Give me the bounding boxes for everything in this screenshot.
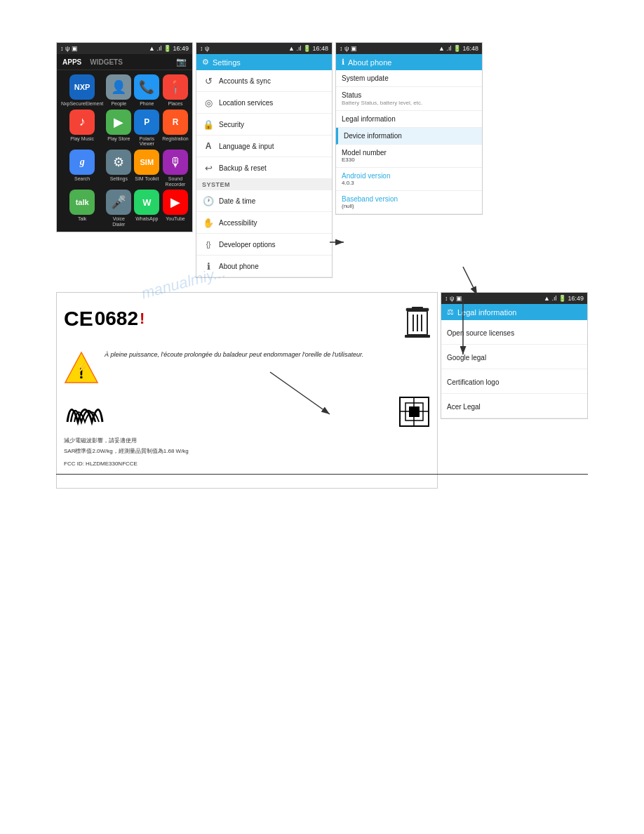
app-polaris[interactable]: P Polaris Viewer xyxy=(134,110,159,147)
about-item-model[interactable]: Model number E330 xyxy=(336,145,482,168)
app-icon-people: 👤 xyxy=(106,74,131,100)
phone-apps-screen: ↕ ψ ▣ ▲ .ıl 🔋 16:49 APPS WIDGETS 📷 NXP N… xyxy=(56,42,193,232)
app-whatsapp[interactable]: W WhatsApp xyxy=(134,190,159,227)
baseband-value: (null) xyxy=(342,203,476,209)
app-icon-search: g xyxy=(69,150,95,175)
top-phones-row: ↕ ψ ▣ ▲ .ıl 🔋 16:49 APPS WIDGETS 📷 NXP N… xyxy=(56,42,588,278)
legal-item-google[interactable]: Google legal xyxy=(441,345,587,369)
fcc-id: FCC ID: HLZDME330NFCCE xyxy=(64,461,430,467)
about-item-android[interactable]: Android version 4.0.3 xyxy=(336,168,482,191)
sar-text-block: 減少電磁波影響，請妥適使用 SAR標準值2.0W/kg，經測量品質制值為1.68… xyxy=(64,437,430,455)
app-nxp[interactable]: NXP NxpSecureElement xyxy=(61,74,103,107)
settings-item-language[interactable]: A Language & input xyxy=(196,135,332,157)
app-sim[interactable]: SIM SIM Toolkit xyxy=(134,150,159,187)
settings-icon: ⚙ xyxy=(202,58,209,67)
accessibility-label: Accessibility xyxy=(219,219,257,227)
app-icon-places: 📍 xyxy=(163,74,188,100)
settings-item-backup[interactable]: ↩ Backup & reset xyxy=(196,157,332,179)
settings-item-accounts[interactable]: ↺ Accounts & sync xyxy=(196,70,332,92)
about-list: System update Status Battery Status, bat… xyxy=(336,70,482,214)
app-registration[interactable]: R Registration xyxy=(162,110,188,147)
legal-content-area: CE 0682 ! xyxy=(56,292,438,489)
phone-about-screen: ↕ ψ ▣ ▲ .ıl 🔋 16:48 ℹ About phone System… xyxy=(335,42,483,215)
app-sound[interactable]: 🎙 Sound Recorder xyxy=(162,150,188,187)
statusbar-left-4: ↕ ψ ▣ xyxy=(445,295,462,302)
app-label-places: Places xyxy=(168,101,182,107)
warning-triangle-icon: ! ⚡ xyxy=(64,350,99,385)
app-label-store: Play Store xyxy=(107,136,130,142)
warning-text-block: À pleine puissance, l'écoute prolongée d… xyxy=(105,350,363,359)
svg-rect-6 xyxy=(405,335,430,338)
app-icon-music: ♪ xyxy=(69,110,95,135)
apps-tab-apps[interactable]: APPS xyxy=(62,58,81,66)
app-label-phone: Phone xyxy=(140,101,154,107)
legal-info-title: Legal information xyxy=(457,308,516,317)
app-search[interactable]: g Search xyxy=(61,150,103,187)
app-label-music: Play Music xyxy=(70,136,94,142)
ce-letters: CE xyxy=(64,307,93,331)
about-item-legal[interactable]: Legal information xyxy=(336,111,482,128)
legal-title: Legal information xyxy=(342,115,476,123)
settings-list: ↺ Accounts & sync ◎ Location services 🔒 … xyxy=(196,70,332,277)
about-item-baseband[interactable]: Baseband version (null) xyxy=(336,191,482,214)
about-header-title: About phone xyxy=(348,58,391,67)
app-talk[interactable]: talk Talk xyxy=(61,190,103,227)
app-people[interactable]: 👤 People xyxy=(106,74,131,107)
statusbar-right-4: ▲ .ıl 🔋 16:49 xyxy=(544,295,584,302)
wave-logo xyxy=(64,394,106,432)
app-store[interactable]: ▶ Play Store xyxy=(106,110,131,147)
app-icon-store: ▶ xyxy=(106,110,131,135)
compliance-grid-icon xyxy=(398,396,430,430)
app-youtube[interactable]: ▶ YouTube xyxy=(162,190,188,227)
app-icon-polaris: P xyxy=(134,110,159,135)
app-icon-whatsapp: W xyxy=(134,190,159,215)
app-places[interactable]: 📍 Places xyxy=(162,74,188,107)
about-item-status[interactable]: Status Battery Status, battery level, et… xyxy=(336,87,482,111)
app-music[interactable]: ♪ Play Music xyxy=(61,110,103,147)
accessibility-icon: ✋ xyxy=(202,216,215,229)
app-icon-talk: talk xyxy=(69,190,95,215)
svg-text:⚡: ⚡ xyxy=(76,362,88,373)
settings-item-accessibility[interactable]: ✋ Accessibility xyxy=(196,212,332,234)
app-dialer[interactable]: 🎤 Voice Dialer xyxy=(106,190,131,227)
app-label-sound: Sound Recorder xyxy=(162,176,188,187)
settings-item-security[interactable]: 🔒 Security xyxy=(196,114,332,135)
android-title: Android version xyxy=(342,172,476,180)
apps-header: APPS WIDGETS 📷 xyxy=(57,54,192,70)
system-section-header: SYSTEM xyxy=(196,179,332,190)
app-label-dialer: Voice Dialer xyxy=(106,216,131,227)
apps-tab-widgets[interactable]: WIDGETS xyxy=(90,58,123,66)
app-settings[interactable]: ⚙ Settings xyxy=(106,150,131,187)
about-item-device[interactable]: Device information xyxy=(336,128,482,145)
settings-item-about[interactable]: ℹ About phone xyxy=(196,256,332,277)
legal-item-acer[interactable]: Acer Legal xyxy=(441,394,587,418)
sar-values: SAR標準值2.0W/kg，經測量品質制值為1.68 W/kg xyxy=(64,447,430,455)
legal-item-opensource[interactable]: Open source licenses xyxy=(441,320,587,345)
legal-item-certification[interactable]: Certification logo xyxy=(441,369,587,394)
settings-item-datetime[interactable]: 🕐 Date & time xyxy=(196,190,332,212)
phone-settings-screen: ↕ ψ ▲ .ıl 🔋 16:48 ⚙ Settings ↺ Accounts … xyxy=(196,42,333,278)
statusbar-right-1: ▲ .ıl 🔋 16:49 xyxy=(149,45,189,52)
app-label-nxp: NxpSecureElement xyxy=(61,101,103,107)
security-icon: 🔒 xyxy=(202,118,215,131)
app-phone[interactable]: 📞 Phone xyxy=(134,74,159,107)
about-header: ℹ About phone xyxy=(336,54,482,70)
language-icon: A xyxy=(202,140,215,152)
google-legal-label: Google legal xyxy=(447,354,486,362)
statusbar-left-3: ↕ ψ ▣ xyxy=(340,45,357,52)
systemupdate-title: System update xyxy=(342,74,476,82)
model-value: E330 xyxy=(342,157,476,163)
about-label: About phone xyxy=(219,263,259,270)
statusbar-left-2: ↕ ψ xyxy=(200,45,209,52)
app-label-talk: Talk xyxy=(78,216,86,222)
about-item-systemupdate[interactable]: System update xyxy=(336,70,482,87)
settings-item-location[interactable]: ◎ Location services xyxy=(196,92,332,114)
weee-icon xyxy=(405,307,430,342)
status-sub: Battery Status, battery level, etc. xyxy=(342,100,476,106)
exclamation-mark: ! xyxy=(140,310,145,328)
accounts-icon: ↺ xyxy=(202,74,215,87)
phone-legal-screen: ↕ ψ ▣ ▲ .ıl 🔋 16:49 ⚖ Legal information … xyxy=(441,292,588,419)
legal-info-list: Open source licenses Google legal Certif… xyxy=(441,320,587,418)
location-label: Location services xyxy=(219,99,273,107)
settings-item-developer[interactable]: {} Developer options xyxy=(196,234,332,256)
